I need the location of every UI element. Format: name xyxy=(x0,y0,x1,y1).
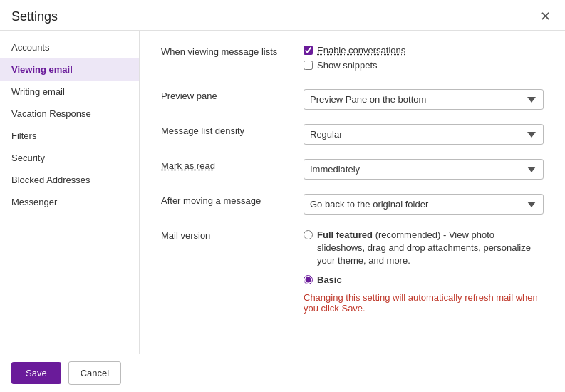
select-mark-as-read[interactable]: ImmediatelyAfter 5 secondsNever xyxy=(304,159,544,180)
sidebar-item-messenger[interactable]: Messenger xyxy=(0,191,139,213)
sidebar-item-filters[interactable]: Filters xyxy=(0,125,139,147)
radio-row-full-featured: Full featured (recommended) - View photo… xyxy=(304,229,544,268)
settings-dialog: Settings ✕ AccountsViewing emailWriting … xyxy=(0,0,565,392)
settings-label-mail-version: Mail version xyxy=(161,229,304,241)
sidebar-item-security[interactable]: Security xyxy=(0,147,139,169)
sidebar-item-viewing-email[interactable]: Viewing email xyxy=(0,58,139,81)
sidebar-item-blocked-addresses[interactable]: Blocked Addresses xyxy=(0,169,139,191)
checkbox-enable-conversations[interactable] xyxy=(304,46,313,55)
settings-row-mail-version: Mail versionFull featured (recommended) … xyxy=(161,229,544,314)
radio-label-basic: Basic xyxy=(317,274,342,287)
radio-full-featured[interactable] xyxy=(304,230,313,239)
settings-control-message-lists: Enable conversationsShow snippets xyxy=(304,45,544,75)
dialog-footer: Save Cancel xyxy=(0,354,565,392)
sidebar: AccountsViewing emailWriting emailVacati… xyxy=(0,31,140,354)
dialog-title: Settings xyxy=(11,9,58,24)
dialog-body: AccountsViewing emailWriting emailVacati… xyxy=(0,31,565,354)
save-button[interactable]: Save xyxy=(11,362,61,384)
settings-row-preview-pane: Preview panePreview Pane on the bottomPr… xyxy=(161,89,544,110)
select-preview-pane[interactable]: Preview Pane on the bottomPreview Pane o… xyxy=(304,89,544,110)
close-button[interactable]: ✕ xyxy=(537,9,554,24)
settings-label-after-moving: After moving a message xyxy=(161,194,304,206)
checkbox-label-show-snippets: Show snippets xyxy=(317,60,378,71)
settings-control-mark-as-read: ImmediatelyAfter 5 secondsNever xyxy=(304,159,544,180)
settings-label-message-lists: When viewing message lists xyxy=(161,45,304,57)
settings-control-message-list-density: RegularCompactComfortable xyxy=(304,124,544,145)
settings-row-message-list-density: Message list densityRegularCompactComfor… xyxy=(161,124,544,145)
sidebar-item-vacation-response[interactable]: Vacation Response xyxy=(0,103,139,125)
sidebar-item-writing-email[interactable]: Writing email xyxy=(0,81,139,103)
warning-text-mail-version: Changing this setting will automatically… xyxy=(304,292,544,314)
sidebar-item-accounts[interactable]: Accounts xyxy=(0,36,139,58)
checkbox-row-show-snippets: Show snippets xyxy=(304,60,544,71)
radio-row-basic: Basic xyxy=(304,274,544,287)
main-content: When viewing message listsEnable convers… xyxy=(140,31,565,354)
settings-control-mail-version: Full featured (recommended) - View photo… xyxy=(304,229,544,314)
dialog-header: Settings ✕ xyxy=(0,0,565,31)
settings-label-preview-pane: Preview pane xyxy=(161,89,304,101)
select-message-list-density[interactable]: RegularCompactComfortable xyxy=(304,124,544,145)
settings-label-mark-as-read: Mark as read xyxy=(161,159,304,171)
radio-basic[interactable] xyxy=(304,275,313,284)
select-after-moving[interactable]: Go back to the original folderGo to the … xyxy=(304,194,544,215)
radio-label-full-featured: Full featured (recommended) - View photo… xyxy=(317,229,544,268)
settings-label-message-list-density: Message list density xyxy=(161,124,304,136)
settings-row-mark-as-read: Mark as readImmediatelyAfter 5 secondsNe… xyxy=(161,159,544,180)
settings-control-preview-pane: Preview Pane on the bottomPreview Pane o… xyxy=(304,89,544,110)
settings-row-after-moving: After moving a messageGo back to the ori… xyxy=(161,194,544,215)
cancel-button[interactable]: Cancel xyxy=(68,361,121,385)
checkbox-row-enable-conversations: Enable conversations xyxy=(304,45,544,56)
checkbox-show-snippets[interactable] xyxy=(304,61,313,70)
settings-row-message-lists: When viewing message listsEnable convers… xyxy=(161,45,544,75)
checkbox-label-enable-conversations: Enable conversations xyxy=(317,45,405,56)
settings-control-after-moving: Go back to the original folderGo to the … xyxy=(304,194,544,215)
